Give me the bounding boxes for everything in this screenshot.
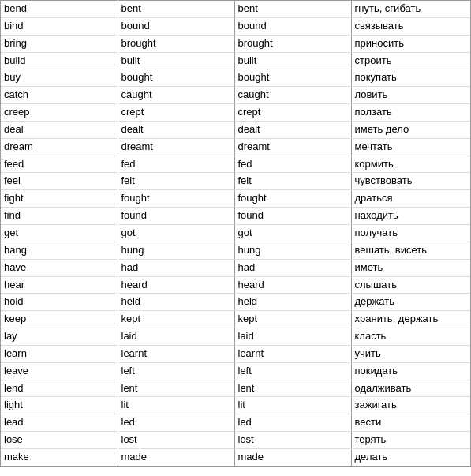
table-cell: строить (351, 52, 471, 69)
table-cell: brought (234, 35, 351, 52)
table-cell: класть (351, 328, 471, 346)
table-cell: lit (234, 397, 351, 414)
table-row: bindboundboundсвязывать (1, 17, 471, 35)
table-cell: heard (118, 276, 234, 294)
table-row: feelfeltfeltчувствовать (1, 173, 471, 190)
table-cell: led (234, 414, 351, 432)
table-row: leaveleftleftпокидать (1, 362, 471, 380)
table-cell: fought (234, 190, 351, 208)
table-cell: покидать (351, 362, 471, 380)
table-cell: keep (1, 311, 118, 328)
table-cell: bind (1, 17, 118, 35)
table-row: bendbentbentгнуть, сгибать (1, 1, 471, 17)
table-cell: bound (234, 17, 351, 35)
table-cell: bend (1, 1, 118, 17)
table-cell: fought (118, 190, 234, 208)
table-row: getgotgotполучать (1, 224, 471, 242)
verb-table: bendbentbentгнуть, сгибатьbindboundbound… (0, 0, 471, 467)
table-cell: держать (351, 294, 471, 311)
table-cell: build (1, 52, 118, 69)
table-row: laylaidlaidкласть (1, 328, 471, 346)
table-cell: feed (1, 156, 118, 173)
table-row: findfoundfoundнаходить (1, 208, 471, 225)
table-cell: bound (118, 17, 234, 35)
table-cell: got (118, 224, 234, 242)
table-cell: made (118, 448, 234, 465)
table-row: dreamdreamtdreamtмечтать (1, 138, 471, 156)
table-cell: гнуть, сгибать (351, 1, 471, 17)
table-cell: иметь (351, 259, 471, 276)
table-cell: lead (1, 414, 118, 432)
table-cell: приносить (351, 35, 471, 52)
table-cell: hang (1, 242, 118, 259)
table-cell: learnt (118, 345, 234, 362)
table-cell: иметь дело (351, 121, 471, 138)
table-cell: lost (118, 432, 234, 449)
table-cell: lose (1, 432, 118, 449)
table-cell: crept (234, 104, 351, 122)
table-row: catchcaughtcaughtловить (1, 87, 471, 104)
table-cell: dream (1, 138, 118, 156)
table-cell: делать (351, 448, 471, 465)
table-cell: bent (234, 1, 351, 17)
table-cell: learnt (234, 345, 351, 362)
table-cell: вешать, висеть (351, 242, 471, 259)
table-cell: одалживать (351, 380, 471, 397)
table-cell: laid (234, 328, 351, 346)
table-cell: led (118, 414, 234, 432)
table-cell: learn (1, 345, 118, 362)
table-row: hearheardheardслышать (1, 276, 471, 294)
table-cell: felt (118, 173, 234, 190)
table-cell: dreamt (234, 138, 351, 156)
table-cell: held (234, 294, 351, 311)
table-cell: драться (351, 190, 471, 208)
table-cell: leave (1, 362, 118, 380)
table-cell: have (1, 259, 118, 276)
table-cell: lent (118, 380, 234, 397)
table-row: leadledledвести (1, 414, 471, 432)
table-cell: lay (1, 328, 118, 346)
table-cell: kept (234, 311, 351, 328)
table-cell: left (118, 362, 234, 380)
table-cell: связывать (351, 17, 471, 35)
table-cell: creep (1, 104, 118, 122)
table-cell: dreamt (118, 138, 234, 156)
table-cell: ловить (351, 87, 471, 104)
table-cell: hung (118, 242, 234, 259)
table-cell: lit (118, 397, 234, 414)
table-cell: buy (1, 69, 118, 87)
table-row: holdheldheldдержать (1, 294, 471, 311)
table-cell: bought (234, 69, 351, 87)
table-cell: bring (1, 35, 118, 52)
table-cell: get (1, 224, 118, 242)
table-cell: make (1, 448, 118, 465)
table-row: lendlentlentодалживать (1, 380, 471, 397)
table-cell: fed (118, 156, 234, 173)
table-cell: lent (234, 380, 351, 397)
table-cell: had (118, 259, 234, 276)
table-row: buildbuiltbuiltстроить (1, 52, 471, 69)
table-cell: left (234, 362, 351, 380)
table-cell: felt (234, 173, 351, 190)
table-cell: fight (1, 190, 118, 208)
table-row: loselostlostтерять (1, 432, 471, 449)
table-row: lightlitlitзажигать (1, 397, 471, 414)
table-cell: made (234, 448, 351, 465)
table-cell: found (118, 208, 234, 225)
table-cell: hold (1, 294, 118, 311)
table-cell: dealt (234, 121, 351, 138)
table-cell: light (1, 397, 118, 414)
table-cell: held (118, 294, 234, 311)
table-cell: dealt (118, 121, 234, 138)
table-cell: чувствовать (351, 173, 471, 190)
table-cell: bent (118, 1, 234, 17)
table-row: dealdealtdealtиметь дело (1, 121, 471, 138)
table-cell: bought (118, 69, 234, 87)
table-cell: brought (118, 35, 234, 52)
table-cell: kept (118, 311, 234, 328)
table-cell: fed (234, 156, 351, 173)
table-cell: had (234, 259, 351, 276)
table-cell: вести (351, 414, 471, 432)
table-cell: hear (1, 276, 118, 294)
table-cell: built (234, 52, 351, 69)
